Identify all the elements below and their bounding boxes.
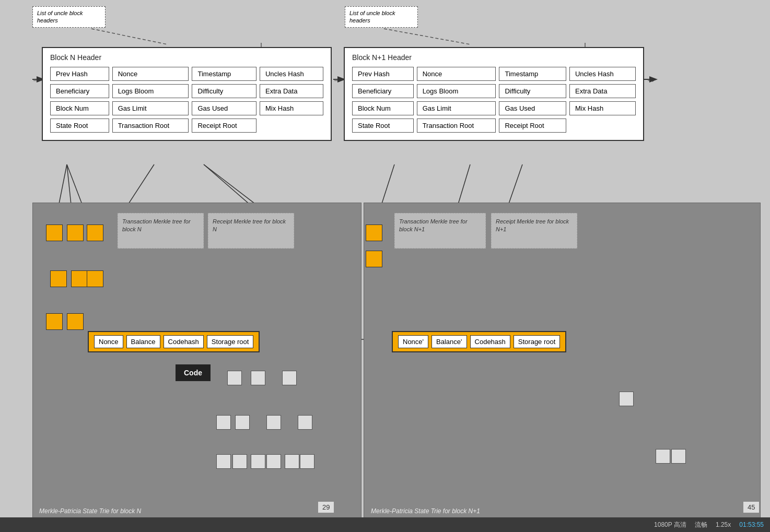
bottom-label-n1: Merkle-Patricia State Trie for block N+1	[371, 507, 480, 515]
account-n1-nonce: Nonce'	[398, 335, 428, 348]
gray-node-n1-2	[656, 449, 670, 464]
block-n-block-num: Block Num	[50, 101, 109, 115]
merkle-tx-n1-text: Transaction Merkle tree for block N+1	[399, 218, 468, 232]
arrow-into-n: →	[31, 74, 42, 86]
block-n-extra-data: Extra Data	[260, 84, 323, 98]
block-n1-block-num: Block Num	[352, 101, 414, 115]
state-trie-n1-area	[364, 203, 761, 521]
block-n-uncles-hash: Uncles Hash	[260, 67, 323, 81]
block-n-gas-limit: Gas Limit	[112, 101, 189, 115]
gray-node-8	[216, 454, 231, 469]
yellow-node-n-8	[67, 313, 84, 330]
block-n-header: Block N Header Prev Hash Nonce Timestamp…	[42, 47, 332, 141]
status-bar: 1080P 高清 流畅 1.25x 01:53:55	[0, 517, 770, 532]
merkle-rx-n-label: Receipt Merkle tree for block N	[208, 213, 294, 249]
block-n-receipt-root: Receipt Root	[192, 119, 256, 133]
block-n1-state-root: State Root	[352, 119, 414, 133]
block-n1-extra-data: Extra Data	[569, 84, 636, 98]
block-n-title: Block N Header	[50, 53, 323, 62]
yellow-node-n1-1	[366, 224, 382, 241]
merkle-tx-n-label: Transaction Merkle tree for block N	[118, 213, 204, 249]
uncle-label-n1: List of uncle block headers	[345, 6, 418, 28]
account-n-codehash: Codehash	[164, 335, 204, 348]
block-n-difficulty: Difficulty	[192, 84, 256, 98]
block-n-logs-bloom: Logs Bloom	[112, 84, 189, 98]
state-trie-n-area	[32, 203, 361, 521]
yellow-node-n1-2	[366, 251, 382, 267]
gray-node-3	[282, 371, 297, 385]
block-n1-difficulty: Difficulty	[499, 84, 566, 98]
block-n1-logs-bloom: Logs Bloom	[417, 84, 496, 98]
block-n1-nonce: Nonce	[417, 67, 496, 81]
block-n1-gas-limit: Gas Limit	[417, 101, 496, 115]
block-n-tx-root: Transaction Root	[112, 119, 189, 133]
block-n-mix-hash: Mix Hash	[260, 101, 323, 115]
gray-node-5	[235, 415, 250, 430]
code-box: Code	[176, 364, 211, 381]
block-n1-beneficiary: Beneficiary	[352, 84, 414, 98]
svg-line-5	[384, 29, 470, 44]
block-n1-mix-hash: Mix Hash	[569, 101, 636, 115]
yellow-node-n-7	[46, 313, 63, 330]
gray-node-12	[285, 454, 299, 469]
account-n1-storage: Storage root	[514, 335, 561, 348]
block-n1-gas-used: Gas Used	[499, 101, 566, 115]
gray-node-n1-1	[619, 392, 634, 406]
account-box-n: Nonce Balance Codehash Storage root	[88, 331, 260, 352]
gray-node-11	[266, 454, 281, 469]
uncle-label-n: List of uncle block headers	[32, 6, 106, 28]
gray-node-4	[216, 415, 231, 430]
account-n-balance: Balance	[126, 335, 160, 348]
yellow-node-n-1	[46, 224, 63, 241]
account-n1-balance: Balance'	[431, 335, 466, 348]
block-n1-prev-hash: Prev Hash	[352, 67, 414, 81]
arrow-into-n1: →	[332, 74, 343, 86]
arrow-out-n1: →	[646, 74, 656, 86]
merkle-tx-n-text: Transaction Merkle tree for block N	[122, 218, 191, 232]
block-n-beneficiary: Beneficiary	[50, 84, 109, 98]
block-n1-timestamp: Timestamp	[499, 67, 566, 81]
block-n-grid: Prev Hash Nonce Timestamp Uncles Hash Be…	[50, 67, 323, 133]
status-time: 01:53:55	[739, 521, 764, 528]
gray-node-9	[232, 454, 247, 469]
account-n1-codehash: Codehash	[470, 335, 510, 348]
block-n1-tx-root: Transaction Root	[417, 119, 496, 133]
code-label: Code	[184, 369, 202, 377]
yellow-node-n-3	[87, 224, 103, 241]
yellow-node-n-5	[71, 270, 88, 287]
gray-node-10	[251, 454, 265, 469]
account-n-storage: Storage root	[207, 335, 254, 348]
status-quality: 流畅	[695, 521, 707, 529]
counter-n1: 45	[743, 501, 760, 513]
block-n1-header: Block N+1 Header Prev Hash Nonce Timesta…	[344, 47, 644, 141]
merkle-tx-n1-label: Transaction Merkle tree for block N+1	[394, 213, 486, 249]
merkle-rx-n1-label: Receipt Merkle tree for block N+1	[491, 213, 577, 249]
status-speed: 1.25x	[716, 521, 731, 528]
block-n1-title: Block N+1 Header	[352, 53, 636, 62]
gray-node-7	[298, 415, 312, 430]
counter-n: 29	[318, 501, 334, 513]
gray-node-1	[227, 371, 242, 385]
block-n-timestamp: Timestamp	[192, 67, 256, 81]
uncle-label-n1-text: List of uncle block headers	[349, 10, 395, 23]
gray-node-n1-3	[671, 449, 686, 464]
block-n-nonce: Nonce	[112, 67, 189, 81]
block-n-state-root: State Root	[50, 119, 109, 133]
gray-node-2	[251, 371, 265, 385]
yellow-node-n-4	[50, 270, 67, 287]
svg-line-3	[91, 29, 167, 44]
block-n1-grid: Prev Hash Nonce Timestamp Uncles Hash Be…	[352, 67, 636, 133]
block-n1-receipt-root: Receipt Root	[499, 119, 566, 133]
gray-node-6	[266, 415, 281, 430]
yellow-node-n-2	[67, 224, 84, 241]
account-box-n1: Nonce' Balance' Codehash Storage root	[392, 331, 566, 352]
bottom-label-n: Merkle-Patricia State Trie for block N	[39, 507, 141, 515]
merkle-rx-n1-text: Receipt Merkle tree for block N+1	[496, 218, 569, 232]
yellow-node-n-6	[87, 270, 103, 287]
status-resolution: 1080P 高清	[654, 521, 686, 529]
gray-node-13	[300, 454, 314, 469]
uncle-label-n-text: List of uncle block headers	[37, 10, 83, 23]
merkle-rx-n-text: Receipt Merkle tree for block N	[213, 218, 286, 232]
account-n-nonce: Nonce	[94, 335, 123, 348]
block-n-gas-used: Gas Used	[192, 101, 256, 115]
